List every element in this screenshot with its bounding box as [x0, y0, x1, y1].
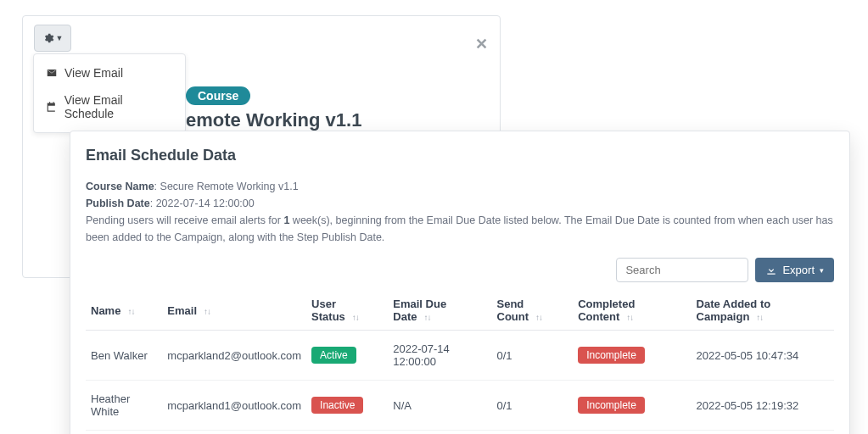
chevron-down-icon: ▾	[820, 266, 824, 275]
menu-view-email-schedule-label: View Email Schedule	[64, 93, 173, 120]
cell-name: Ben Walker	[86, 331, 162, 381]
gear-dropdown-menu: View Email View Email Schedule	[33, 53, 186, 133]
menu-view-email-schedule[interactable]: View Email Schedule	[34, 86, 185, 127]
cell-completed: Incomplete	[573, 331, 691, 381]
completed-badge: Incomplete	[578, 347, 645, 364]
col-due-label: Email Due Date	[393, 298, 446, 323]
publish-date-label: Publish Date	[86, 198, 150, 209]
cell-email: mcparkland1@outlook.com	[162, 381, 306, 431]
col-status-label: User Status	[311, 298, 345, 323]
col-added[interactable]: Date Added to Campaign↑↓	[692, 291, 834, 331]
cell-send: 0/1	[492, 381, 574, 431]
course-name-value: Secure Remote Working v1.1	[160, 181, 299, 192]
publish-date-value: 2022-07-14 12:00:00	[156, 198, 255, 209]
sort-icon: ↑↓	[127, 307, 134, 316]
col-send-label: Send Count	[497, 298, 529, 323]
col-name[interactable]: Name↑↓	[86, 291, 162, 331]
col-send[interactable]: Send Count↑↓	[492, 291, 574, 331]
caret-down-icon: ▼	[56, 34, 64, 42]
cell-added: 2022-05-05 10:47:34	[692, 331, 834, 381]
col-email-label: Email	[167, 304, 197, 317]
export-button[interactable]: Export ▾	[755, 258, 834, 282]
panel-meta: Course Name: Secure Remote Working v1.1 …	[86, 178, 834, 246]
panel-heading: Email Schedule Data	[86, 147, 834, 164]
cell-name: Heather White	[86, 381, 162, 431]
col-due[interactable]: Email Due Date↑↓	[388, 291, 491, 331]
email-schedule-panel: Email Schedule Data Course Name: Secure …	[70, 131, 850, 434]
completed-badge: Incomplete	[578, 397, 645, 414]
gear-icon	[42, 32, 54, 44]
cell-send: 0/1	[492, 331, 574, 381]
col-name-label: Name	[91, 304, 120, 317]
sort-icon: ↑↓	[204, 307, 210, 316]
sort-icon: ↑↓	[535, 313, 542, 322]
cell-completed: Incomplete	[573, 381, 691, 431]
search-input[interactable]	[616, 258, 748, 282]
pending-text-pre: Pending users will receive email alerts …	[86, 214, 283, 226]
menu-view-email-label: View Email	[64, 66, 123, 80]
cell-status: Inactive	[306, 381, 388, 431]
cell-added: 2022-05-05 12:19:32	[692, 381, 834, 431]
course-badge: Course	[186, 86, 250, 105]
schedule-table: Name↑↓ Email↑↓ User Status↑↓ Email Due D…	[86, 291, 834, 431]
cell-email: mcparkland2@outlook.com	[162, 331, 306, 381]
course-name-label: Course Name	[86, 181, 154, 192]
cell-due: 2022-07-14 12:00:00	[388, 331, 491, 381]
close-icon[interactable]: ✕	[475, 35, 488, 53]
sort-icon: ↑↓	[423, 313, 430, 322]
cell-due: N/A	[388, 381, 491, 431]
cell-status: Active	[306, 331, 388, 381]
col-email[interactable]: Email↑↓	[162, 291, 306, 331]
table-row: Heather Whitemcparkland1@outlook.comInac…	[86, 381, 834, 431]
table-row: Ben Walkermcparkland2@outlook.comActive2…	[86, 331, 834, 381]
sort-icon: ↑↓	[352, 313, 359, 322]
sort-icon: ↑↓	[756, 313, 763, 322]
col-status[interactable]: User Status↑↓	[306, 291, 388, 331]
calendar-icon	[46, 101, 58, 113]
menu-view-email[interactable]: View Email	[34, 59, 185, 86]
status-badge: Active	[311, 347, 356, 364]
status-badge: Inactive	[311, 397, 363, 414]
gear-dropdown-button[interactable]: ▼	[34, 25, 71, 52]
sort-icon: ↑↓	[626, 313, 633, 322]
col-completed[interactable]: Completed Content↑↓	[573, 291, 691, 331]
download-icon	[765, 264, 777, 276]
envelope-icon	[46, 67, 58, 79]
export-label: Export	[782, 264, 815, 276]
table-toolbar: Export ▾	[86, 258, 834, 282]
course-title: emote Working v1.1	[186, 109, 361, 131]
